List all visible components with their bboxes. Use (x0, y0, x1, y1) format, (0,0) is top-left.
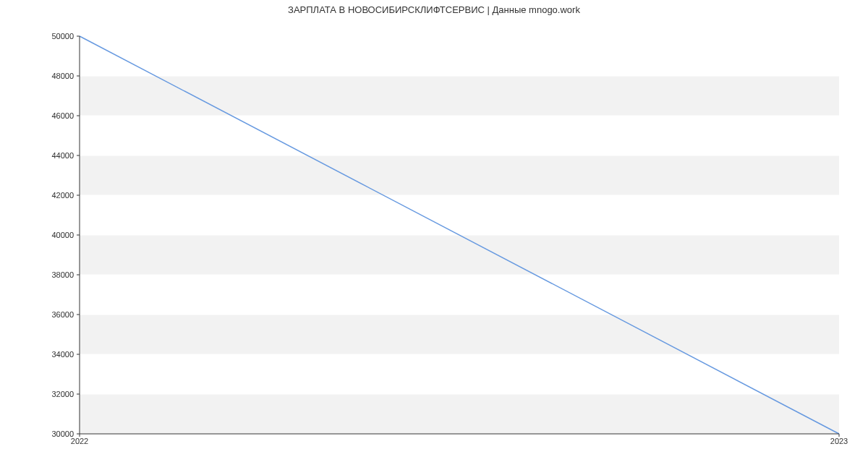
chart-svg (80, 36, 839, 434)
plot-area (80, 36, 839, 434)
y-tick-label: 38000 (9, 270, 74, 279)
y-tick-label: 32000 (9, 390, 74, 398)
y-tick-label: 36000 (9, 310, 74, 319)
y-tick-label: 30000 (9, 430, 74, 438)
chart-title: ЗАРПЛАТА В НОВОСИБИРСКЛИФТСЕРВИС | Данны… (0, 4, 868, 15)
y-tick-label: 46000 (9, 111, 74, 120)
x-tick-label: 2023 (830, 437, 848, 445)
svg-rect-3 (80, 235, 839, 275)
y-tick-label: 42000 (9, 191, 74, 200)
y-tick-label: 50000 (9, 32, 74, 40)
y-tick-label: 34000 (9, 350, 74, 359)
svg-rect-1 (80, 394, 839, 434)
svg-rect-4 (80, 155, 839, 195)
y-tick-label: 44000 (9, 151, 74, 160)
chart-container: ЗАРПЛАТА В НОВОСИБИРСКЛИФТСЕРВИС | Данны… (0, 0, 868, 470)
y-tick-label: 48000 (9, 72, 74, 80)
svg-rect-2 (80, 315, 839, 354)
y-tick-label: 40000 (9, 231, 74, 239)
x-tick-label: 2022 (71, 437, 88, 445)
